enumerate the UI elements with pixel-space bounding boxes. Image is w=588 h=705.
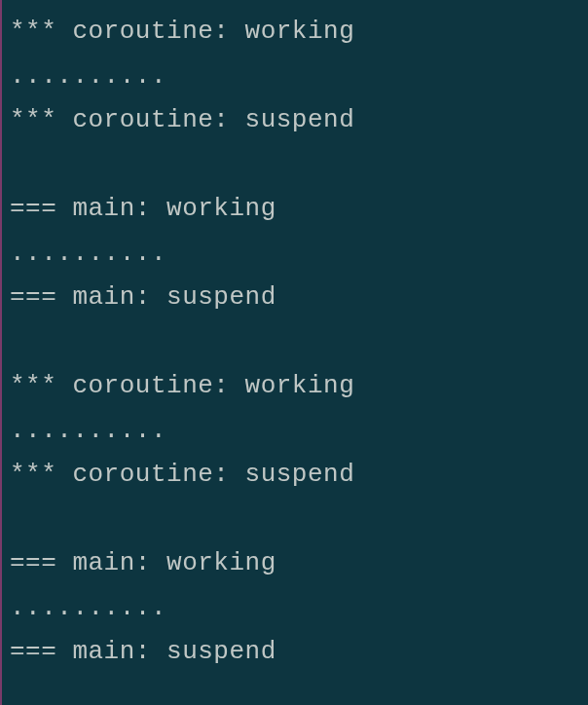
terminal-line (10, 320, 580, 365)
terminal-line: .......... (10, 409, 580, 454)
terminal-line: === main: working (10, 187, 580, 232)
terminal-line: *** coroutine: suspend (10, 453, 580, 498)
terminal-line (10, 498, 580, 542)
terminal-line: === main: suspend (10, 276, 580, 320)
terminal-line: === main: working (10, 541, 580, 586)
terminal-line: *** coroutine: working (10, 10, 580, 55)
terminal-line: === main: suspend (10, 630, 580, 675)
terminal-line: .......... (10, 586, 580, 631)
terminal-output: *** coroutine: working .......... *** co… (10, 10, 580, 675)
terminal-line (10, 143, 580, 188)
terminal-line: *** coroutine: working (10, 364, 580, 409)
terminal-line: .......... (10, 55, 580, 99)
terminal-line: *** coroutine: suspend (10, 98, 580, 143)
terminal-line: .......... (10, 232, 580, 277)
